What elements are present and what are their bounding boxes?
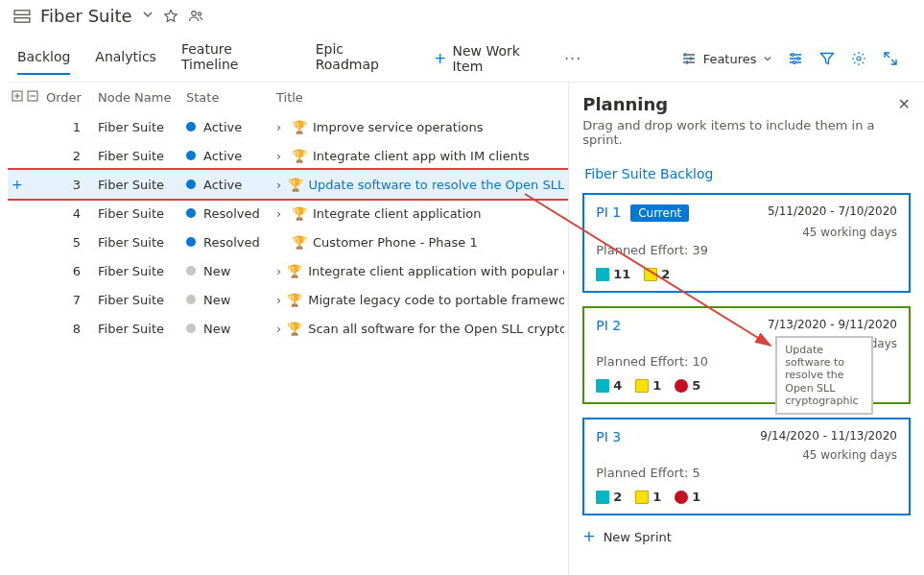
- table-row[interactable]: 6Fiber SuiteNew›🏆Integrate client applic…: [8, 256, 568, 285]
- table-row[interactable]: 5Fiber SuiteResolved🏆Customer Phone - Ph…: [8, 228, 568, 256]
- tab-backlog[interactable]: Backlog: [17, 43, 70, 74]
- cell-state: Resolved: [186, 235, 276, 250]
- chevron-right-icon[interactable]: ›: [276, 293, 281, 307]
- sprint-name[interactable]: PI 1: [596, 204, 621, 220]
- view-options[interactable]: Features: [680, 50, 772, 67]
- cell-title[interactable]: ›🏆Migrate legacy code to portable framew…: [276, 293, 564, 307]
- settings-sliders-icon[interactable]: [788, 50, 804, 67]
- col-title[interactable]: Title: [276, 90, 564, 105]
- sprint-name[interactable]: PI 3: [596, 429, 621, 444]
- stat-bug: 1: [675, 490, 700, 504]
- trophy-icon: 🏆: [287, 322, 302, 336]
- cell-state: Active: [186, 120, 276, 134]
- collapse-all-icon[interactable]: [27, 90, 38, 105]
- cell-title[interactable]: ›🏆Update software to resolve the Open SL…: [276, 178, 564, 192]
- current-badge: Current: [630, 204, 689, 222]
- cell-title[interactable]: ›🏆Integrate client application with popu…: [276, 264, 564, 278]
- work-item-title[interactable]: Update software to resolve the Open SLL: [309, 178, 565, 192]
- svg-rect-0: [14, 10, 30, 14]
- cell-order: 5: [46, 235, 98, 250]
- trophy-icon: 🏆: [287, 293, 302, 307]
- star-icon[interactable]: [163, 9, 178, 24]
- tab-epic-roadmap[interactable]: Epic Roadmap: [316, 36, 409, 82]
- cell-order: 4: [46, 206, 98, 221]
- cell-node: Fiber Suite: [98, 120, 186, 134]
- chevron-right-icon[interactable]: ›: [276, 206, 286, 221]
- more-icon[interactable]: ···: [564, 50, 581, 68]
- new-work-item-label: New Work Item: [452, 43, 549, 74]
- trophy-icon: 🏆: [292, 206, 307, 221]
- panel-title: Planning: [582, 94, 668, 114]
- new-work-item-button[interactable]: + New Work Item: [434, 43, 549, 74]
- expand-all-icon[interactable]: [12, 90, 23, 105]
- cell-state: Active: [186, 178, 276, 192]
- sprint-card[interactable]: PI 39/14/2020 - 11/13/202045 working day…: [582, 418, 911, 515]
- new-sprint-label: New Sprint: [604, 530, 672, 544]
- cell-title[interactable]: ›🏆Scan all software for the Open SLL cry…: [276, 322, 564, 336]
- tab-feature-timeline[interactable]: Feature Timeline: [181, 36, 291, 82]
- cell-state: Active: [186, 149, 276, 163]
- filter-icon[interactable]: [819, 50, 836, 67]
- add-icon[interactable]: +: [12, 177, 23, 192]
- cell-node: Fiber Suite: [98, 322, 186, 336]
- sprint-name[interactable]: PI 2: [596, 318, 621, 333]
- table-row[interactable]: +3Fiber SuiteActive›🏆Update software to …: [8, 170, 568, 199]
- work-item-title: Integrate client application with popula…: [308, 264, 564, 278]
- cell-order: 7: [46, 293, 98, 307]
- svg-rect-1: [14, 17, 30, 22]
- planned-effort: Planned Effort: 39: [596, 243, 897, 257]
- cell-state: Resolved: [186, 206, 276, 221]
- toolbar: + New Work Item ··· Features: [434, 43, 914, 74]
- trophy-icon: 🏆: [292, 149, 307, 163]
- chevron-right-icon[interactable]: ›: [276, 149, 286, 163]
- close-icon[interactable]: ✕: [898, 95, 911, 113]
- col-order[interactable]: Order: [46, 90, 98, 105]
- table-row[interactable]: 4Fiber SuiteResolved›🏆Integrate client a…: [8, 199, 568, 228]
- col-node[interactable]: Node Name: [98, 90, 186, 105]
- tab-analytics[interactable]: Analytics: [95, 43, 156, 74]
- chevron-right-icon[interactable]: ›: [276, 322, 281, 336]
- chevron-down-icon[interactable]: [142, 9, 154, 23]
- cell-node: Fiber Suite: [98, 206, 186, 221]
- backlog-link[interactable]: Fiber Suite Backlog: [584, 166, 909, 181]
- cell-title[interactable]: ›🏆Improve service operations: [276, 120, 564, 134]
- stat-badge: 2: [644, 267, 670, 281]
- cell-node: Fiber Suite: [98, 235, 186, 250]
- cell-node: Fiber Suite: [98, 149, 186, 163]
- stat-books: 4: [596, 378, 622, 393]
- cell-order: 2: [46, 149, 98, 163]
- chevron-right-icon[interactable]: ›: [276, 120, 286, 134]
- chevron-right-icon[interactable]: ›: [276, 178, 282, 192]
- cell-title[interactable]: 🏆Customer Phone - Phase 1: [276, 235, 564, 250]
- cell-state: New: [186, 293, 276, 307]
- fullscreen-icon[interactable]: [883, 50, 899, 67]
- tab-bar: Backlog Analytics Feature Timeline Epic …: [8, 36, 924, 83]
- chevron-right-icon[interactable]: ›: [276, 264, 281, 278]
- cell-order: 6: [46, 264, 98, 278]
- cell-state: New: [186, 322, 276, 336]
- table-row[interactable]: 1Fiber SuiteActive›🏆Improve service oper…: [8, 112, 568, 141]
- grid-header: Order Node Name State Title: [8, 83, 568, 112]
- bug-icon: [675, 491, 688, 504]
- planned-effort: Planned Effort: 5: [596, 466, 897, 480]
- col-state[interactable]: State: [186, 90, 276, 105]
- trophy-icon: 🏆: [292, 120, 307, 134]
- cell-title[interactable]: ›🏆Integrate client app with IM clients: [276, 149, 564, 163]
- team-icon[interactable]: [188, 9, 203, 24]
- gear-icon[interactable]: [851, 50, 867, 67]
- table-row[interactable]: 8Fiber SuiteNew›🏆Scan all software for t…: [8, 314, 568, 343]
- bug-icon: [675, 379, 688, 393]
- table-row[interactable]: 7Fiber SuiteNew›🏆Migrate legacy code to …: [8, 285, 568, 314]
- svg-point-4: [792, 54, 794, 57]
- sprint-card[interactable]: PI 1Current5/11/2020 - 7/10/202045 worki…: [582, 193, 911, 293]
- sprint-card[interactable]: PI 27/13/2020 - 9/11/202045 working days…: [582, 306, 911, 404]
- table-row[interactable]: 2Fiber SuiteActive›🏆Integrate client app…: [8, 141, 568, 170]
- cell-title[interactable]: ›🏆Integrate client application: [276, 206, 564, 221]
- new-sprint-button[interactable]: + New Sprint: [582, 529, 911, 544]
- cell-node: Fiber Suite: [98, 178, 186, 192]
- sprint-dates: 7/13/2020 - 9/11/2020: [768, 318, 897, 331]
- stat-books: 2: [596, 490, 622, 504]
- planning-panel: Planning ✕ Drag and drop work items to i…: [568, 83, 924, 575]
- work-item-title: Migrate legacy code to portable framewor: [308, 293, 564, 307]
- view-options-label: Features: [703, 52, 757, 66]
